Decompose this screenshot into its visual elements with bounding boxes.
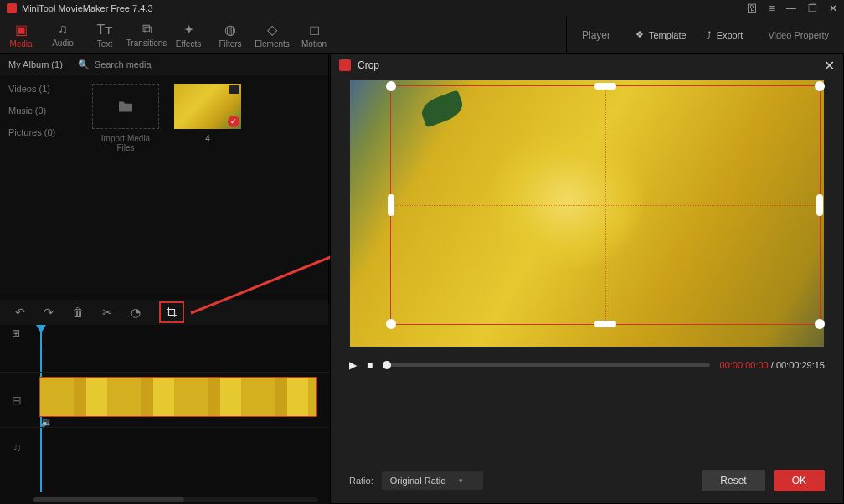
tab-transitions[interactable]: ⧉ Transitions — [126, 17, 167, 53]
app-logo-icon — [7, 3, 17, 13]
media-pane: Videos (1) Music (0) Pictures (0) Import… — [0, 75, 328, 293]
crop-handle-top-left[interactable] — [386, 81, 396, 91]
split-button[interactable]: ✂ — [102, 306, 112, 319]
crop-dialog-footer: Ratio: Original Ratio ▾ Reset OK — [349, 470, 825, 491]
elements-icon: ◇ — [267, 22, 277, 38]
tab-text[interactable]: Tᴛ Text — [84, 17, 126, 53]
crop-handle-bottom-left[interactable] — [386, 319, 396, 329]
crop-preview[interactable] — [349, 80, 825, 347]
tab-filters[interactable]: ◍ Filters — [209, 17, 251, 53]
motion-icon: ◻ — [309, 22, 320, 38]
tab-label: Transitions — [126, 39, 167, 48]
ratio-value: Original Ratio — [390, 476, 446, 486]
filters-icon: ◍ — [224, 22, 236, 38]
crop-handle-left[interactable] — [388, 194, 394, 216]
tab-label: Media — [9, 39, 32, 49]
minimize-button[interactable]: — — [786, 3, 796, 14]
scrollbar-thumb[interactable] — [33, 497, 184, 502]
template-label: Template — [649, 30, 687, 40]
menu-icon[interactable]: ≡ — [769, 3, 775, 14]
speed-button[interactable]: ◔ — [131, 306, 141, 319]
crop-handle-top-right[interactable] — [815, 81, 825, 91]
time-sep: / — [769, 360, 776, 370]
tab-audio[interactable]: ♫ Audio — [42, 17, 84, 53]
import-media-button[interactable] — [92, 84, 159, 129]
category-pictures[interactable]: Pictures (0) — [8, 127, 75, 137]
checkmark-icon: ✓ — [228, 116, 239, 127]
export-icon: ⤴ — [707, 30, 712, 40]
chevron-down-icon: ▾ — [459, 476, 463, 485]
timeline-scrollbar[interactable] — [33, 497, 318, 502]
delete-button[interactable]: 🗑 — [72, 306, 84, 319]
crop-handle-top[interactable] — [594, 83, 616, 90]
media-thumbnail[interactable]: ✓ — [174, 84, 241, 129]
crop-dialog: Crop ✕ ▶ ■ 00:00:00:00 / 00:00:29:15 Rat — [330, 54, 844, 504]
maximize-button[interactable]: ❐ — [808, 3, 817, 14]
category-music[interactable]: Music (0) — [8, 105, 75, 116]
close-window-button[interactable]: ✕ — [829, 3, 837, 14]
transition-icon: ⧉ — [142, 22, 152, 37]
redo-button[interactable]: ↷ — [44, 306, 54, 319]
close-dialog-button[interactable]: ✕ — [824, 58, 835, 74]
folder-icon — [117, 100, 134, 113]
ribbon-tabs: ▣ Media ♫ Audio Tᴛ Text ⧉ Transitions ✦ … — [0, 17, 844, 54]
crop-dialog-title: Crop — [358, 59, 379, 71]
play-button[interactable]: ▶ — [349, 359, 357, 371]
crop-dialog-logo-icon — [339, 59, 351, 71]
time-current: 00:00:00:00 — [720, 360, 769, 370]
ratio-select[interactable]: Original Ratio ▾ — [382, 471, 484, 490]
tab-label: Motion — [301, 39, 327, 49]
folder-icon: ▣ — [15, 22, 28, 38]
crop-playback-controls: ▶ ■ 00:00:00:00 / 00:00:29:15 — [331, 347, 843, 371]
clip-audio-bar[interactable]: 🔉 — [40, 416, 316, 428]
time-total: 00:00:29:15 — [776, 360, 825, 370]
export-button[interactable]: ⤴ Export — [697, 30, 754, 40]
ok-button[interactable]: OK — [774, 470, 825, 491]
seek-bar[interactable] — [383, 363, 709, 367]
effects-icon: ✦ — [183, 22, 194, 38]
player-panel-label: Player — [566, 17, 625, 53]
undo-button[interactable]: ↶ — [15, 306, 25, 319]
crop-handle-right[interactable] — [816, 194, 823, 216]
tab-effects[interactable]: ✦ Effects — [167, 17, 209, 53]
timecode-display: 00:00:00:00 / 00:00:29:15 — [720, 360, 825, 370]
reset-button[interactable]: Reset — [702, 470, 764, 491]
tab-label: Elements — [255, 39, 290, 49]
window-titlebar: MiniTool MovieMaker Free 7.4.3 ⚿ ≡ — ❐ ✕ — [0, 0, 844, 17]
category-videos[interactable]: Videos (1) — [8, 84, 75, 94]
crop-button[interactable] — [159, 301, 184, 323]
tab-label: Text — [97, 39, 112, 49]
key-icon[interactable]: ⚿ — [747, 3, 757, 14]
sound-icon: 🔉 — [40, 416, 53, 428]
tab-label: Effects — [176, 39, 201, 49]
tab-label: Audio — [52, 39, 74, 48]
export-label: Export — [717, 30, 744, 40]
search-placeholder: Search media — [95, 59, 152, 69]
import-label: Import Media Files — [92, 134, 159, 152]
crop-icon — [166, 306, 178, 318]
search-icon: 🔍 — [78, 59, 90, 70]
video-clip[interactable] — [40, 378, 316, 416]
seek-knob[interactable] — [383, 361, 391, 369]
add-track-button[interactable]: ⊞ — [12, 327, 20, 339]
template-button[interactable]: ❖ Template — [625, 29, 697, 40]
template-icon: ❖ — [636, 29, 644, 40]
tab-motion[interactable]: ◻ Motion — [293, 17, 335, 53]
tab-label: Filters — [219, 39, 241, 49]
crop-handle-bottom[interactable] — [594, 321, 616, 327]
vertical-divider — [328, 54, 329, 305]
crop-rectangle[interactable] — [390, 85, 821, 325]
crop-handle-bottom-right[interactable] — [815, 319, 825, 329]
audio-track-icon: ♫ — [0, 440, 33, 454]
stop-button[interactable]: ■ — [367, 359, 373, 371]
media-category-list: Videos (1) Music (0) Pictures (0) — [0, 75, 84, 157]
video-property-button[interactable]: Video Property — [753, 30, 844, 40]
crop-dialog-titlebar: Crop ✕ — [331, 54, 843, 76]
timeline-toolbar: ↶ ↷ 🗑 ✂ ◔ — [0, 300, 328, 325]
tab-media[interactable]: ▣ Media — [0, 17, 42, 53]
thumbnail-label: 4 — [174, 134, 241, 143]
app-title: MiniTool MovieMaker Free 7.4.3 — [22, 3, 747, 13]
my-album-label[interactable]: My Album (1) — [8, 59, 63, 69]
video-indicator-icon — [229, 85, 239, 94]
tab-elements[interactable]: ◇ Elements — [251, 17, 293, 53]
